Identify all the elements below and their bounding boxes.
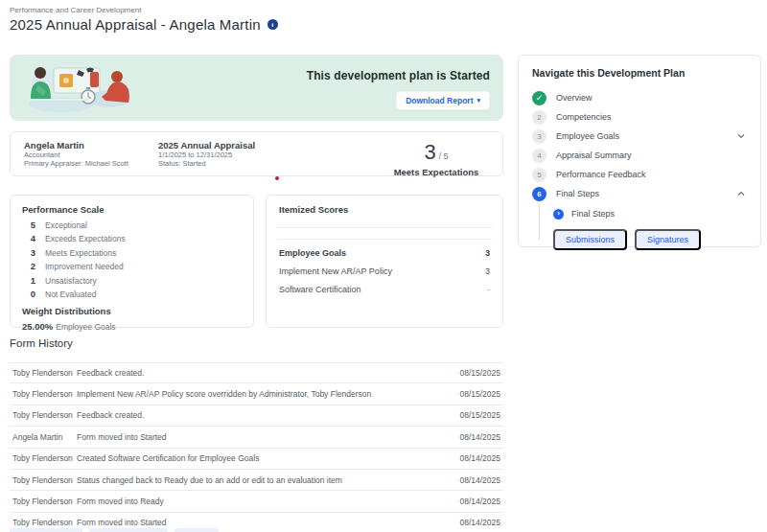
history-action: Form moved into Ready [77, 497, 443, 506]
score-item-value: - [487, 285, 490, 294]
cutoff-pill[interactable] [89, 528, 168, 532]
nav-step-label: Overview [556, 93, 593, 103]
nav-step-overview[interactable]: ✓ Overview [532, 88, 747, 107]
itemized-score-row: Software Certification - [279, 285, 490, 294]
chevron-down-icon [737, 133, 745, 139]
nav-subitem-label: Final Steps [571, 209, 615, 219]
history-user: Toby Flenderson [12, 368, 77, 378]
score-item-value: 3 [485, 248, 490, 258]
scale-score: 4 [22, 233, 35, 243]
weight-percent: 25.00% [22, 321, 53, 332]
scale-level: 1 Unsatisfactory [22, 275, 242, 289]
weight-distribution: 25.00%Employee Goals [22, 321, 242, 332]
nav-step-label: Competencies [556, 112, 612, 122]
history-user: Toby Flenderson [12, 518, 77, 527]
performance-scale-card: Performance Scale 5 Exceptional 4 Exceed… [10, 195, 254, 328]
history-date: 08/15/2025 [443, 389, 500, 399]
history-action: Created Software Certification for Emplo… [77, 453, 443, 463]
history-action: Feedback created. [77, 410, 443, 420]
scale-level: 3 Meets Expectations [22, 247, 242, 261]
history-action: Form moved into Started [77, 432, 443, 442]
nav-step-appraisal-summary[interactable]: 4 Appraisal Summary [532, 146, 747, 165]
appraisal-page: Performance and Career Development 2025 … [0, 0, 767, 532]
page-title: 2025 Annual Appraisal - Angela Martin [10, 16, 261, 33]
history-date: 08/15/2025 [443, 410, 500, 420]
itemized-scores-title: Itemized Scores [279, 204, 490, 215]
history-user: Toby Flenderson [12, 389, 77, 399]
scale-score: 5 [22, 220, 35, 230]
overall-score-value: 3 [425, 140, 436, 164]
step-number: 6 [532, 187, 546, 201]
itemized-score-row: Implement New AR/AP Policy 3 [279, 266, 490, 276]
nav-step-label: Employee Goals [556, 131, 619, 141]
scale-level: 0 Not Evaluated [22, 289, 242, 302]
scale-label: Unsatisfactory [45, 276, 97, 286]
cutoff-pill[interactable] [10, 528, 82, 532]
plan-status-text: This development plan is Started [307, 69, 490, 82]
nav-subitem-final-steps[interactable]: › Final Steps [553, 205, 747, 222]
scale-score: 3 [22, 247, 35, 258]
step-number: 2 [532, 110, 546, 125]
cutoff-pill[interactable] [174, 528, 219, 532]
nav-step-employee-goals[interactable]: 3 Employee Goals [532, 127, 747, 146]
scale-label: Exceptional [45, 220, 87, 230]
title-row: 2025 Annual Appraisal - Angela Martin i [10, 16, 278, 33]
scale-level: 2 Improvement Needed [22, 261, 242, 274]
score-item-label: Software Certification [279, 285, 361, 294]
form-history-table: Toby Flenderson Feedback created. 08/15/… [10, 362, 503, 532]
appraisal-name: 2025 Annual Appraisal [158, 140, 384, 150]
history-date: 08/14/2025 [443, 432, 500, 442]
scale-label: Improvement Needed [45, 262, 124, 271]
appraisal-status: Status: Started [158, 159, 384, 168]
step-number: 5 [532, 168, 546, 182]
history-date: 08/14/2025 [443, 453, 500, 463]
nav-step-final-steps[interactable]: 6 Final Steps [532, 184, 747, 203]
teamwork-illustration [25, 60, 140, 115]
scale-label: Exceeds Expectations [45, 234, 126, 243]
table-row: Toby Flenderson Created Software Certifi… [10, 449, 503, 470]
performance-scale-title: Performance Scale [22, 204, 242, 215]
history-action: Form moved into Started [77, 518, 443, 527]
nav-step-label: Performance Feedback [556, 170, 646, 179]
nav-step-performance-feedback[interactable]: 5 Performance Feedback [532, 165, 747, 184]
arrow-right-icon: › [553, 209, 564, 220]
history-date: 08/14/2025 [443, 475, 500, 485]
table-row: Angela Martin Form moved into Started 08… [10, 427, 503, 448]
chevron-up-icon [737, 191, 745, 197]
scale-score: 0 [22, 289, 35, 299]
nav-step-label: Final Steps [556, 189, 599, 198]
history-user: Toby Flenderson [12, 497, 77, 506]
info-icon[interactable]: i [267, 19, 278, 30]
divider [277, 239, 492, 240]
step-connector-line [539, 202, 540, 241]
history-action: Status changed back to Ready due to an a… [77, 475, 443, 485]
score-item-label: Employee Goals [279, 248, 346, 258]
score-item-value: 3 [485, 266, 490, 276]
table-row: Toby Flenderson Form moved into Started … [10, 513, 503, 532]
history-action: Feedback created. [77, 368, 443, 378]
itemized-score-row: Employee Goals 3 [279, 248, 490, 258]
nav-step-competencies[interactable]: 2 Competencies [532, 107, 747, 127]
history-date: 08/14/2025 [443, 518, 500, 527]
scale-level: 5 Exceptional [22, 220, 242, 233]
red-dot-indicator [275, 176, 279, 180]
signatures-button[interactable]: Signatures [635, 229, 701, 250]
form-history-title: Form History [10, 337, 73, 349]
history-action: Implement New AR/AP Policy score overrid… [77, 389, 443, 399]
scale-label: Meets Expectations [45, 248, 116, 258]
scale-score: 1 [22, 275, 35, 286]
download-report-button[interactable]: Download Report ▾ [396, 91, 490, 110]
scale-label: Not Evaluated [45, 289, 96, 299]
employee-name: Angela Martin [24, 140, 158, 150]
step-number: 3 [532, 129, 546, 144]
score-item-label: Implement New AR/AP Policy [279, 266, 392, 276]
submissions-button[interactable]: Submissions [553, 229, 627, 250]
divider [277, 227, 492, 228]
primary-appraiser: Primary Appraiser: Michael Scott [24, 159, 158, 168]
weight-label: Employee Goals [56, 322, 115, 332]
history-user: Toby Flenderson [12, 410, 77, 420]
appraisal-period: 1/1/2025 to 12/31/2025 [158, 150, 384, 159]
history-user: Toby Flenderson [12, 475, 77, 485]
breadcrumb[interactable]: Performance and Career Development [10, 6, 141, 14]
caret-down-icon: ▾ [476, 97, 480, 104]
